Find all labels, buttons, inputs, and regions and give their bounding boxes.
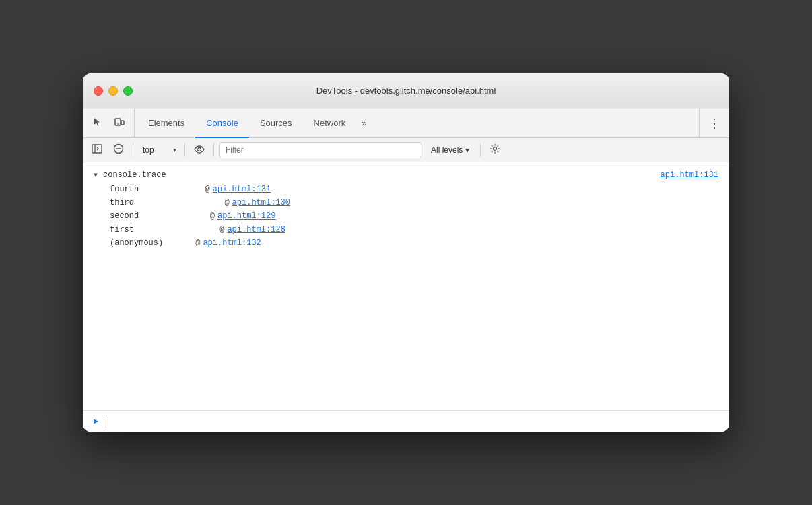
trace-row-link-0[interactable]: api.html:131	[213, 184, 271, 194]
window-title: DevTools - devtools.glitch.me/console/ap…	[316, 86, 496, 96]
title-bar: DevTools - devtools.glitch.me/console/ap…	[83, 73, 729, 108]
svg-point-7	[198, 147, 201, 151]
toolbar-separator-3	[213, 143, 214, 157]
tab-elements-label: Elements	[148, 118, 184, 128]
trace-row-link-3[interactable]: api.html:128	[227, 225, 285, 234]
filter-input-wrapper	[219, 142, 421, 158]
tab-sources[interactable]: Sources	[249, 109, 303, 138]
minimize-button[interactable]	[108, 86, 118, 96]
device-icon-button[interactable]	[110, 114, 129, 133]
tab-more-button[interactable]: »	[356, 108, 372, 137]
cursor-icon	[92, 116, 103, 130]
trace-row-at-3: @	[191, 225, 224, 234]
toolbar-end: ⋮	[699, 108, 724, 137]
clear-console-button[interactable]	[110, 141, 127, 159]
trace-row: (anonymous) @ api.html:132	[83, 236, 729, 250]
svg-point-8	[494, 147, 497, 151]
cursor-icon-button[interactable]	[88, 114, 107, 133]
tab-console[interactable]: Console	[195, 109, 249, 138]
trace-expand-arrow[interactable]: ▼	[94, 172, 98, 179]
device-icon	[114, 116, 125, 130]
toolbar-separator-1	[133, 143, 133, 157]
no-entry-icon	[113, 143, 124, 156]
trace-row-name-0: fourth	[110, 184, 191, 194]
trace-row-name-4: (anonymous)	[110, 238, 191, 248]
toolbar-separator-2	[184, 143, 185, 157]
levels-chevron-icon: ▾	[465, 145, 469, 155]
trace-row-at-1: @	[191, 198, 230, 207]
tab-network[interactable]: Network	[303, 109, 357, 138]
tab-console-label: Console	[206, 118, 238, 128]
svg-rect-3	[92, 145, 102, 153]
context-select-wrapper: top ▾	[139, 144, 179, 156]
trace-row-link-4[interactable]: api.html:132	[203, 238, 261, 248]
trace-row: fourth @ api.html:131	[83, 182, 729, 196]
toolbar-separator-4	[480, 143, 481, 157]
eye-button[interactable]	[191, 141, 208, 159]
levels-label: All levels	[431, 145, 463, 155]
devtools-menu-button[interactable]: ⋮	[705, 114, 724, 133]
trace-row-name-2: second	[110, 211, 191, 221]
tab-network-label: Network	[314, 118, 346, 128]
trace-row-at-4: @	[191, 238, 200, 248]
console-prompt-icon: ▶	[94, 416, 98, 426]
trace-row-name-3: first	[110, 225, 191, 234]
trace-row-link-2[interactable]: api.html:129	[217, 211, 275, 221]
trace-row-name-1: third	[110, 198, 191, 207]
gear-icon	[489, 143, 500, 156]
devtools-toolbar: Elements Console Sources Network » ⋮	[83, 108, 729, 138]
levels-dropdown-button[interactable]: All levels ▾	[426, 144, 475, 156]
trace-row-at-2: @	[191, 211, 215, 221]
console-input-area: ▶	[83, 410, 729, 432]
devtools-window: DevTools - devtools.glitch.me/console/ap…	[83, 73, 729, 432]
svg-rect-1	[121, 121, 124, 125]
filter-input[interactable]	[226, 145, 415, 155]
console-settings-button[interactable]	[486, 141, 504, 159]
trace-row: third @ api.html:130	[83, 196, 729, 209]
tab-elements[interactable]: Elements	[137, 109, 195, 138]
eye-icon	[193, 145, 205, 156]
console-main-content: ▼ console.trace api.html:131 fourth @ ap…	[83, 162, 729, 432]
trace-row-at-0: @	[191, 184, 210, 194]
tabs-container: Elements Console Sources Network »	[137, 108, 699, 137]
trace-header-row: ▼ console.trace api.html:131	[83, 168, 729, 182]
trace-row-link-1[interactable]: api.html:130	[232, 198, 290, 207]
traffic-lights	[94, 86, 133, 96]
close-button[interactable]	[94, 86, 103, 96]
context-select[interactable]: top	[139, 144, 179, 156]
console-output: ▼ console.trace api.html:131 fourth @ ap…	[83, 162, 729, 410]
tab-sources-label: Sources	[260, 118, 292, 128]
console-cursor	[104, 417, 104, 426]
console-sidebar-toggle[interactable]	[88, 141, 106, 159]
toolbar-icons-group	[88, 108, 135, 137]
more-vert-icon: ⋮	[708, 116, 720, 131]
trace-source-link[interactable]: api.html:131	[661, 170, 718, 180]
trace-row: first @ api.html:128	[83, 223, 729, 236]
trace-row: second @ api.html:129	[83, 209, 729, 223]
more-tabs-icon: »	[362, 118, 366, 128]
maximize-button[interactable]	[123, 86, 133, 96]
expand-panel-icon	[92, 144, 102, 156]
console-toolbar: top ▾ All levels ▾	[83, 138, 729, 162]
trace-name: console.trace	[103, 170, 166, 180]
trace-header-left: ▼ console.trace	[94, 170, 166, 180]
